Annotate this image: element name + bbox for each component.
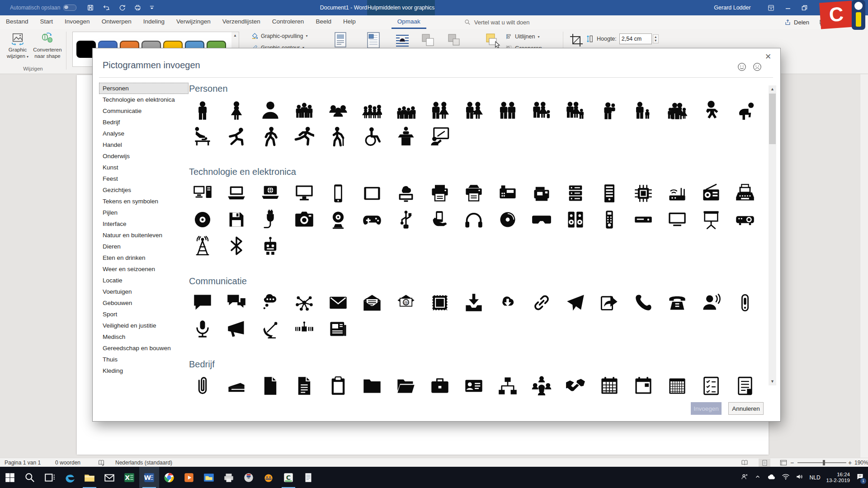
team-icon[interactable] <box>321 97 355 123</box>
hyperlink-icon[interactable] <box>524 290 558 316</box>
cd-icon[interactable] <box>491 206 524 233</box>
email-at-icon[interactable]: @ <box>389 290 423 316</box>
group-of-children-icon[interactable] <box>389 97 423 123</box>
paper-plane-icon[interactable] <box>558 290 592 316</box>
chat-bubble-icon[interactable] <box>185 290 219 316</box>
category-analyse[interactable]: Analyse <box>99 128 189 139</box>
headphones-icon[interactable] <box>457 206 491 233</box>
taskbar-folder-window-icon[interactable] <box>199 467 219 488</box>
fax-machine-icon[interactable] <box>491 180 524 206</box>
tab-start[interactable]: Start <box>34 15 59 29</box>
parent-carrying-child-icon[interactable] <box>592 97 626 123</box>
category-technologie-en-elektronica[interactable]: Technologie en elektronica <box>99 94 189 105</box>
tab-controleren[interactable]: Controleren <box>266 15 310 29</box>
senior-with-cane-icon[interactable] <box>321 123 355 150</box>
usb-connector-icon[interactable] <box>389 206 423 233</box>
category-feest[interactable]: Feest <box>99 173 189 184</box>
taskbar-excel-icon[interactable]: X <box>119 467 139 488</box>
taskbar-camtasia-icon[interactable]: C <box>278 467 298 488</box>
chat-bubbles-icon[interactable] <box>219 290 253 316</box>
cpu-chip-icon[interactable] <box>626 180 660 206</box>
group-of-women-icon[interactable] <box>355 97 389 123</box>
newspaper-icon[interactable] <box>321 316 355 342</box>
convert-to-shape-button[interactable]: Converteren naar shape <box>33 31 62 59</box>
bluetooth-icon[interactable] <box>219 233 253 259</box>
person-running-icon[interactable] <box>287 123 321 150</box>
minimize-button[interactable] <box>780 0 796 15</box>
paperclip-icon[interactable] <box>185 373 219 399</box>
satellite-icon[interactable] <box>287 316 321 342</box>
calendar-month-icon[interactable] <box>660 373 694 399</box>
redo-icon[interactable] <box>118 4 126 11</box>
woman-icon[interactable] <box>219 97 253 123</box>
clipboard-icon[interactable] <box>321 373 355 399</box>
print-layout-icon[interactable] <box>759 459 770 467</box>
family-with-child-icon[interactable] <box>558 97 592 123</box>
taskbar-word-icon[interactable]: W <box>139 467 159 488</box>
parent-with-child-icon[interactable] <box>626 97 660 123</box>
contextual-tab-header[interactable]: Hulpmiddelen voor graphics <box>367 0 435 15</box>
restore-button[interactable] <box>797 0 812 15</box>
category-weer-en-seizoenen[interactable]: Weer en seizoenen <box>99 263 189 275</box>
page-indicator[interactable]: Pagina 1 van 1 <box>5 458 41 467</box>
family-icon[interactable] <box>660 97 694 123</box>
cloud-computer-icon[interactable] <box>389 180 423 206</box>
open-envelope-icon[interactable] <box>355 290 389 316</box>
media-player-icon[interactable] <box>626 206 660 233</box>
feedback-smile-icon[interactable] <box>737 62 747 72</box>
desktop-computer-icon[interactable] <box>185 180 219 206</box>
couple-icon[interactable] <box>457 97 491 123</box>
category-kleding[interactable]: Kleding <box>99 365 189 376</box>
person-walking-icon[interactable] <box>253 123 287 150</box>
category-thuis[interactable]: Thuis <box>99 354 189 365</box>
people-icon[interactable] <box>741 473 749 483</box>
category-locatie[interactable]: Locatie <box>99 275 189 286</box>
projector-icon[interactable] <box>728 206 762 233</box>
laptop-globe-icon[interactable] <box>253 180 287 206</box>
cloud-download-icon[interactable] <box>491 290 524 316</box>
baby-crawling-icon[interactable] <box>728 97 762 123</box>
category-medisch[interactable]: Medisch <box>99 331 189 343</box>
optical-disc-icon[interactable] <box>185 206 219 233</box>
category-voertuigen[interactable]: Voertuigen <box>99 286 189 297</box>
remote-control-icon[interactable] <box>592 206 626 233</box>
category-gebouwen[interactable]: Gebouwen <box>99 297 189 309</box>
microphone-icon[interactable] <box>185 316 219 342</box>
smartphone-icon[interactable] <box>321 180 355 206</box>
category-veiligheid-en-justitie[interactable]: Veiligheid en justitie <box>99 320 189 331</box>
printer-icon[interactable] <box>423 180 457 206</box>
laptop-icon[interactable] <box>219 180 253 206</box>
tab-beeld[interactable]: Beeld <box>310 15 337 29</box>
category-natuur-en-buitenleven[interactable]: Natuur en buitenleven <box>99 230 189 241</box>
zoom-level[interactable]: 190% <box>854 458 868 467</box>
speakers-icon[interactable] <box>558 206 592 233</box>
open-folder-icon[interactable] <box>389 373 423 399</box>
taskbar-media-player-icon[interactable] <box>179 467 199 488</box>
baby-icon[interactable] <box>694 97 728 123</box>
autosave-toggle[interactable]: Automatisch opslaan <box>10 0 76 15</box>
taskbar-printer-app-icon[interactable] <box>219 467 239 488</box>
broadcast-tower-icon[interactable] <box>185 233 219 259</box>
crop-icon[interactable] <box>569 33 584 50</box>
blank-document-icon[interactable] <box>253 373 287 399</box>
clock[interactable]: 16:24 13-2-2019 <box>826 472 850 483</box>
stapler-icon[interactable] <box>219 373 253 399</box>
tv-icon[interactable] <box>660 206 694 233</box>
align-button[interactable]: Uitlijnen▾ <box>505 33 539 40</box>
radio-icon[interactable] <box>694 180 728 206</box>
server-icon[interactable] <box>558 180 592 206</box>
close-icon[interactable]: ✕ <box>763 52 773 62</box>
graphic-fill-button[interactable]: Graphic-opvulling▾ <box>251 33 307 39</box>
report-icon[interactable] <box>728 373 762 399</box>
category-pijlen[interactable]: Pijlen <box>99 207 189 218</box>
category-communicatie[interactable]: Communicatie <box>99 105 189 117</box>
read-mode-icon[interactable] <box>739 459 750 467</box>
category-dieren[interactable]: Dieren <box>99 241 189 252</box>
category-sport[interactable]: Sport <box>99 309 189 320</box>
category-onderwijs[interactable]: Onderwijs <box>99 150 189 162</box>
wifi-router-icon[interactable] <box>660 180 694 206</box>
game-controller-icon[interactable] <box>355 206 389 233</box>
folder-icon[interactable] <box>355 373 389 399</box>
monitor-icon[interactable] <box>287 180 321 206</box>
category-interface[interactable]: Interface <box>99 218 189 230</box>
